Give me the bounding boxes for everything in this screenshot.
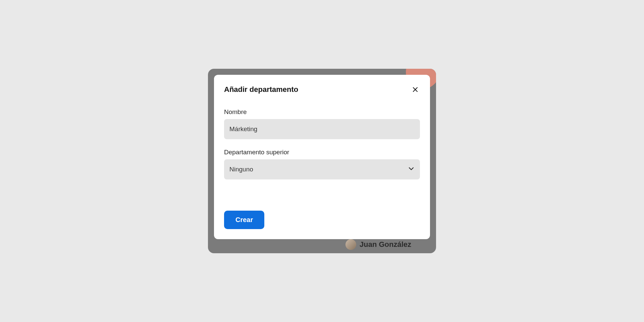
modal-title: Añadir departamento (224, 85, 298, 94)
parent-department-label: Departamento superior (224, 149, 420, 156)
name-input[interactable] (224, 119, 420, 139)
close-button[interactable] (411, 85, 420, 94)
user-name: Juan González (360, 240, 411, 249)
name-label: Nombre (224, 108, 420, 116)
name-field: Nombre (224, 108, 420, 139)
parent-department-field: Departamento superior Ninguno (224, 149, 420, 179)
create-button[interactable]: Crear (224, 211, 264, 229)
modal-footer: Crear (224, 201, 420, 229)
app-window: e a Juan González Añadir departamento No… (208, 69, 436, 253)
close-icon (413, 87, 418, 92)
avatar (345, 239, 356, 250)
parent-department-selected-value: Ninguno (229, 166, 253, 173)
modal-header: Añadir departamento (224, 85, 420, 94)
background-user-row: Juan González (345, 239, 411, 250)
parent-department-select[interactable]: Ninguno (224, 159, 420, 179)
add-department-modal: Añadir departamento Nombre Departamento … (214, 75, 430, 239)
